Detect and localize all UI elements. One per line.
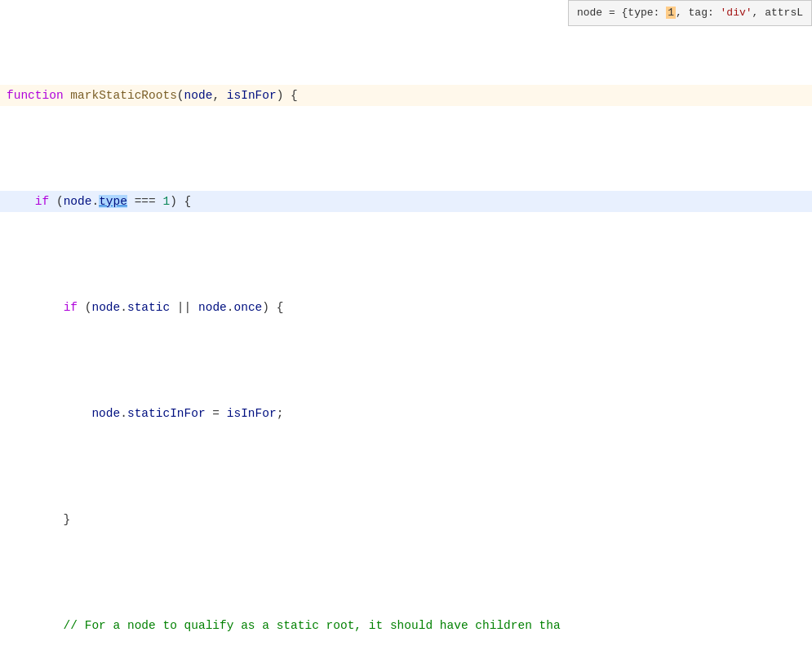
code-line-4: node.staticInFor = isInFor; xyxy=(0,403,812,424)
code-line-6: // For a node to qualify as a static roo… xyxy=(0,615,812,636)
code-editor: function markStaticRoots(node, isInFor) … xyxy=(0,0,812,650)
tooltip-text: node = {type: 1, tag: 'div', attrsL xyxy=(577,7,803,19)
code-line-5: } xyxy=(0,509,812,530)
code-line-3: if (node.static || node.once) { xyxy=(0,297,812,318)
code-content: function markStaticRoots(node, isInFor) … xyxy=(0,0,812,650)
hover-tooltip: node = {type: 1, tag: 'div', attrsL xyxy=(568,0,812,26)
code-line-1: function markStaticRoots(node, isInFor) … xyxy=(0,85,812,106)
code-line-2: if (node.type === 1) { xyxy=(0,191,812,212)
